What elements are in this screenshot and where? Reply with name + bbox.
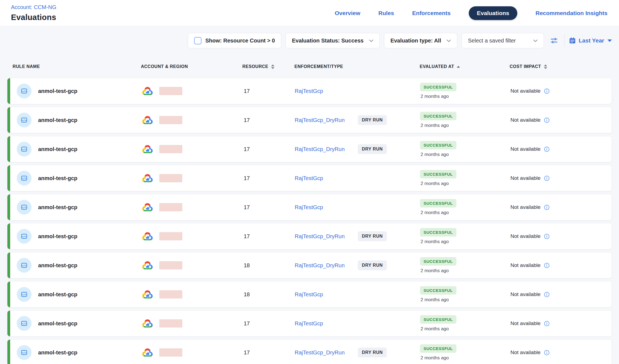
resource-count-checkbox[interactable] bbox=[194, 37, 201, 44]
column-evaluated-at[interactable]: EVALUATED AT bbox=[414, 64, 507, 69]
column-label: RESOURCE bbox=[242, 64, 268, 69]
svg-text:</>: </> bbox=[22, 235, 27, 238]
status-badge: SUCCESSFUL bbox=[420, 83, 456, 91]
evaluated-at-cell: SUCCESSFUL 2 months ago bbox=[414, 344, 508, 361]
tab-enforcements[interactable]: Enforcements bbox=[412, 10, 451, 16]
table-row[interactable]: </> anmol-test-gcp bbox=[7, 339, 612, 364]
tab-evaluations[interactable]: Evaluations bbox=[469, 6, 518, 20]
column-resource[interactable]: RESOURCE bbox=[240, 64, 292, 69]
date-range-picker[interactable]: Last Year bbox=[569, 37, 612, 44]
policy-code-icon: </> bbox=[17, 229, 32, 244]
sort-asc-icon[interactable] bbox=[457, 66, 460, 68]
evaluated-at-cell: SUCCESSFUL 2 months ago bbox=[414, 286, 508, 303]
policy-code-icon: </> bbox=[17, 200, 32, 215]
account-name-redacted bbox=[159, 145, 182, 153]
calendar-icon bbox=[569, 37, 576, 44]
tab-overview[interactable]: Overview bbox=[335, 10, 360, 16]
evaluated-at-cell: SUCCESSFUL 2 months ago bbox=[414, 170, 508, 186]
svg-text:</>: </> bbox=[22, 351, 27, 354]
table-row[interactable]: </> anmol-test-gcp bbox=[7, 194, 612, 220]
enforcement-link[interactable]: RajTestGcp bbox=[295, 320, 358, 327]
table-row[interactable]: </> anmol-test-gcp bbox=[7, 78, 612, 104]
evaluated-time: 2 months ago bbox=[420, 210, 449, 215]
status-badge: SUCCESSFUL bbox=[420, 315, 456, 324]
enforcement-cell: RajTestGcp bbox=[293, 204, 414, 211]
gcp-cloud-icon bbox=[141, 173, 154, 183]
info-circle-icon[interactable] bbox=[544, 88, 550, 94]
cost-impact-cell: Not available bbox=[508, 146, 612, 152]
enforcement-link[interactable]: RajTestGcp_DryRun bbox=[295, 233, 358, 240]
info-circle-icon[interactable] bbox=[544, 350, 550, 356]
info-circle-icon[interactable] bbox=[544, 146, 550, 152]
evaluated-time: 2 months ago bbox=[420, 94, 449, 99]
rule-name-cell: </> anmol-test-gcp bbox=[7, 113, 139, 127]
enforcement-link[interactable]: RajTestGcp_DryRun bbox=[295, 146, 358, 152]
row-status-accent bbox=[7, 194, 10, 220]
column-label: EVALUATED AT bbox=[420, 64, 454, 69]
enforcement-cell: RajTestGcp bbox=[293, 175, 414, 181]
account-region-cell bbox=[139, 173, 240, 183]
resource-count-filter[interactable]: Show: Resource Count > 0 bbox=[188, 33, 281, 48]
column-label: RULE NAME bbox=[13, 64, 40, 69]
table-row[interactable]: </> anmol-test-gcp bbox=[7, 107, 612, 133]
enforcement-link[interactable]: RajTestGcp_DryRun bbox=[295, 349, 358, 356]
resource-count: 17 bbox=[244, 117, 250, 123]
evaluated-time: 2 months ago bbox=[420, 326, 449, 332]
rule-name: anmol-test-gcp bbox=[38, 262, 77, 269]
row-status-accent bbox=[7, 165, 10, 191]
cost-impact-value: Not available bbox=[510, 88, 541, 94]
enforcement-link[interactable]: RajTestGcp bbox=[295, 291, 358, 298]
table-row[interactable]: </> anmol-test-gcp bbox=[7, 165, 612, 191]
account-region-cell bbox=[139, 347, 240, 358]
filter-panel-button[interactable] bbox=[548, 35, 560, 46]
saved-filter-dropdown[interactable]: Select a saved filter bbox=[462, 33, 544, 48]
table-row[interactable]: </> anmol-test-gcp bbox=[7, 281, 612, 308]
account-breadcrumb-link[interactable]: Account: CCM-NG bbox=[11, 4, 56, 10]
resource-count: 17 bbox=[244, 233, 250, 240]
enforcement-link[interactable]: RajTestGcp bbox=[295, 204, 358, 211]
table-header: RULE NAME ACCOUNT & REGION RESOURCE ENFO… bbox=[7, 59, 612, 75]
evaluation-status-dropdown[interactable]: Evaluation Status: Success bbox=[286, 33, 380, 48]
info-circle-icon[interactable] bbox=[544, 204, 550, 210]
dry-run-badge: DRY RUN bbox=[358, 144, 387, 154]
rule-name: anmol-test-gcp bbox=[38, 175, 77, 181]
enforcement-link[interactable]: RajTestGcp_DryRun bbox=[295, 262, 358, 269]
info-circle-icon[interactable] bbox=[544, 263, 550, 268]
sort-icon[interactable] bbox=[271, 64, 274, 69]
rule-name: anmol-test-gcp bbox=[38, 88, 77, 94]
svg-text:</>: </> bbox=[22, 264, 27, 267]
enforcement-cell: RajTestGcp bbox=[293, 88, 414, 94]
tab-recommendation-insights[interactable]: Recommendation Insights bbox=[535, 10, 607, 16]
info-circle-icon[interactable] bbox=[544, 234, 550, 239]
row-status-accent bbox=[7, 281, 10, 307]
tab-rules[interactable]: Rules bbox=[378, 10, 394, 16]
info-circle-icon[interactable] bbox=[544, 117, 550, 123]
enforcement-link[interactable]: RajTestGcp bbox=[295, 88, 358, 94]
resource-count: 17 bbox=[244, 320, 250, 327]
table-row[interactable]: </> anmol-test-gcp bbox=[7, 136, 612, 162]
evaluated-time: 2 months ago bbox=[420, 355, 449, 361]
sort-icon[interactable] bbox=[544, 64, 547, 69]
date-range-value: Last Year bbox=[579, 37, 604, 44]
column-cost-impact[interactable]: COST IMPACT bbox=[507, 64, 612, 69]
info-circle-icon[interactable] bbox=[544, 175, 550, 181]
row-status-accent bbox=[7, 252, 10, 278]
row-status-accent bbox=[7, 136, 10, 162]
evaluation-type-dropdown[interactable]: Evaluation type: All bbox=[384, 33, 457, 48]
info-circle-icon[interactable] bbox=[544, 321, 550, 326]
table-row[interactable]: </> anmol-test-gcp bbox=[7, 310, 612, 337]
evaluated-at-cell: SUCCESSFUL 2 months ago bbox=[414, 257, 508, 274]
cost-impact-value: Not available bbox=[510, 175, 541, 181]
title-block: Account: CCM-NG Evaluations bbox=[11, 4, 56, 22]
table-row[interactable]: </> anmol-test-gcp bbox=[7, 252, 612, 278]
table-row[interactable]: </> anmol-test-gcp bbox=[7, 223, 612, 249]
evaluation-status-value: Evaluation Status: Success bbox=[292, 38, 364, 44]
filter-sliders-icon bbox=[550, 37, 558, 44]
account-name-redacted bbox=[159, 87, 182, 95]
enforcement-link[interactable]: RajTestGcp bbox=[295, 175, 358, 181]
rule-name: anmol-test-gcp bbox=[38, 146, 77, 152]
enforcement-link[interactable]: RajTestGcp_DryRun bbox=[295, 117, 358, 123]
info-circle-icon[interactable] bbox=[544, 292, 550, 297]
account-region-cell bbox=[139, 231, 240, 241]
top-header: Account: CCM-NG Evaluations Overview Rul… bbox=[0, 0, 619, 26]
